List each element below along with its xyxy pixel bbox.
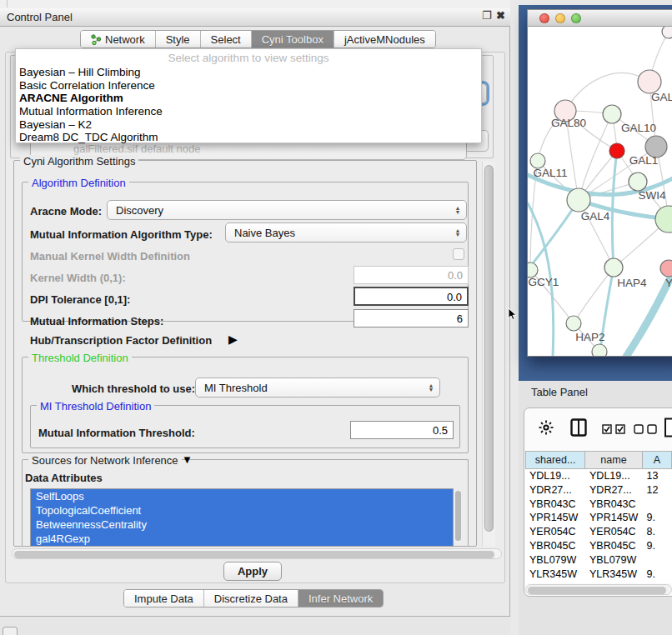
attribute-item-topologicalcoefficient[interactable]: TopologicalCoefficient [31,503,453,518]
aracne-mode-combo[interactable]: Discovery ▲▼ [107,200,467,220]
table-cell: 9. [643,581,672,583]
attribute-item-betweennesscentrality[interactable]: BetweennessCentrality [31,518,453,532]
kernel-width-field[interactable]: 0.0 [354,266,469,284]
mouse-cursor [508,308,518,321]
table-cell: 12 [643,483,672,498]
unchecked-pair-icon[interactable] [634,424,657,434]
network-node[interactable] [592,344,607,356]
manual-kernel-width-checkbox[interactable] [453,248,464,260]
network-node[interactable] [638,70,661,93]
network-node-y[interactable] [660,260,672,277]
network-node-gal4[interactable] [567,188,590,212]
bottom-tab-infer-network[interactable]: Infer Network [298,590,383,607]
column-header-name[interactable]: name [585,451,643,469]
algorithm-option-bayesian-k2[interactable]: Bayesian – K2 [16,118,481,132]
network-window-titlebar [527,9,672,27]
mi-algorithm-type-combo[interactable]: Naive Bayes ▲▼ [225,222,467,242]
algorithm-option-dream8-dc-tdc-algorithm[interactable]: Dream8 DC_TDC Algorithm [16,131,481,144]
table-row[interactable]: YLL052CYLL052C9. [525,581,672,583]
collapsed-panel-button[interactable] [3,627,18,635]
which-threshold-combo[interactable]: MI Threshold ▲▼ [195,378,440,398]
table-row[interactable]: YBR043CYBR043C [525,498,672,512]
tab-select[interactable]: Select [201,31,252,48]
table-row[interactable]: YPR145WYPR145W9. [525,511,672,525]
mi-threshold-definition-title: MI Threshold Definition [37,400,154,412]
mi-algorithm-type-value: Naive Bayes [226,227,451,239]
split-columns-icon[interactable] [570,418,587,437]
tab-style[interactable]: Style [156,31,201,48]
table-row[interactable]: YDR27...YDR27...12 [525,483,672,498]
table-row[interactable]: YBL079WYBL079W [525,553,672,568]
network-node[interactable] [662,27,672,38]
mi-algorithm-type-label: Mutual Information Algorithm Type: [30,228,213,241]
apply-button[interactable]: Apply [223,562,282,581]
algorithm-dropdown-list: Bayesian – Hill ClimbingBasic Correlatio… [16,66,481,144]
minimize-traffic-light-icon[interactable] [555,13,565,23]
top-strip-divider [7,0,8,8]
settings-vertical-scrollbar[interactable] [482,162,495,547]
checked-pair-icon[interactable] [602,424,625,434]
column-header-a[interactable]: A [643,451,672,469]
network-node-hap4[interactable] [604,258,623,277]
dpi-tolerance-label: DPI Tolerance [0,1]: [30,293,130,306]
network-node[interactable] [609,143,624,158]
gear-icon[interactable] [539,420,554,435]
kernel-width-label: Kernel Width (0,1): [30,272,126,284]
tab-jactivemnodules[interactable]: jActiveMNodules [334,31,435,48]
network-node-gal10[interactable] [603,105,621,123]
bottom-tab-discretize-data[interactable]: Discretize Data [204,590,298,607]
network-canvas[interactable]: GALGAL80GAL10GAL11GAL1SWI4GAL4GCY1HAP4YH… [528,27,672,356]
which-threshold-label: Which threshold to use: [72,382,195,395]
tab-label: Select [211,33,241,46]
table-row[interactable]: YER054CYER054C8. [525,525,672,539]
bottom-tab-impute-data[interactable]: Impute Data [124,590,204,607]
table-row[interactable]: YBR045CYBR045C9. [525,539,672,553]
dpi-tolerance-field[interactable]: 0.0 [354,287,469,306]
table-cell: 9. [643,568,672,582]
table-row[interactable]: YLR345WYLR345W9. [525,568,672,582]
mi-threshold-field[interactable]: 0.5 [350,421,454,439]
tab-label: Cyni Toolbox [262,33,323,46]
column-header-shared[interactable]: shared... [525,451,585,469]
table-cell: YLR345W [525,568,585,582]
zoom-traffic-light-icon[interactable] [571,13,581,23]
table-horizontal-scrollbar[interactable] [525,584,672,595]
table-cell: 13 [643,469,672,483]
expand-right-arrow-icon[interactable]: ▶ [228,332,238,346]
algorithm-option-aracne-algorithm[interactable]: ARACNE Algorithm [16,92,481,105]
table-cell: 8. [643,525,672,539]
control-panel-titlebar [0,8,510,27]
algorithm-definition-title: Algorithm Definition [28,177,129,189]
combo-stepper-icon: ▲▼ [451,206,466,214]
collapse-down-arrow-icon[interactable]: ▼ [182,453,193,466]
table-cell: YLL052C [585,581,643,583]
data-attributes-list: SelfLoopsTopologicalCoefficientBetweenne… [30,488,454,547]
settings-horizontal-scrollbar[interactable] [12,548,502,559]
combo-stepper-icon: ▲▼ [424,383,439,392]
float-window-icon[interactable]: ❐ [482,10,492,22]
network-node-gal1[interactable] [629,172,647,191]
table-row[interactable]: YDL19...YDL19...13 [525,469,672,483]
attribute-item-selfloops[interactable]: SelfLoops [31,489,453,503]
algorithm-dropdown-popup: Select algorithm to view settings Bayesi… [15,48,482,143]
control-panel-tabbar: NetworkStyleSelectCyni ToolboxjActiveMNo… [80,30,436,48]
algorithm-option-mutual-information-inference[interactable]: Mutual Information Inference [16,105,481,118]
attributes-list-scrollbar[interactable] [454,490,462,543]
aracne-mode-value: Discovery [108,204,451,217]
attribute-item-gal4rgexp[interactable]: gal4RGexp [31,532,453,546]
algorithm-option-basic-correlation-inference[interactable]: Basic Correlation Inference [16,79,481,92]
aracne-mode-label: Aracne Mode: [30,205,102,218]
document-icon[interactable] [664,418,672,438]
node-label-swi4: SWI4 [638,189,665,202]
tab-cyni-toolbox[interactable]: Cyni Toolbox [252,31,334,48]
mi-steps-field[interactable]: 6 [354,309,469,328]
algorithm-option-bayesian-hill-climbing[interactable]: Bayesian – Hill Climbing [16,66,481,79]
network-node-hap2[interactable] [566,316,581,331]
node-label-hap4: HAP4 [617,277,647,289]
close-traffic-light-icon[interactable] [539,13,549,23]
tab-network[interactable]: Network [81,31,156,48]
control-panel-title: Control Panel [7,11,73,23]
close-window-icon[interactable]: ✖ [496,10,505,22]
hub-definition-expander-label[interactable]: Hub/Transcription Factor Definition [30,334,212,347]
table-cell: YER054C [585,525,643,539]
